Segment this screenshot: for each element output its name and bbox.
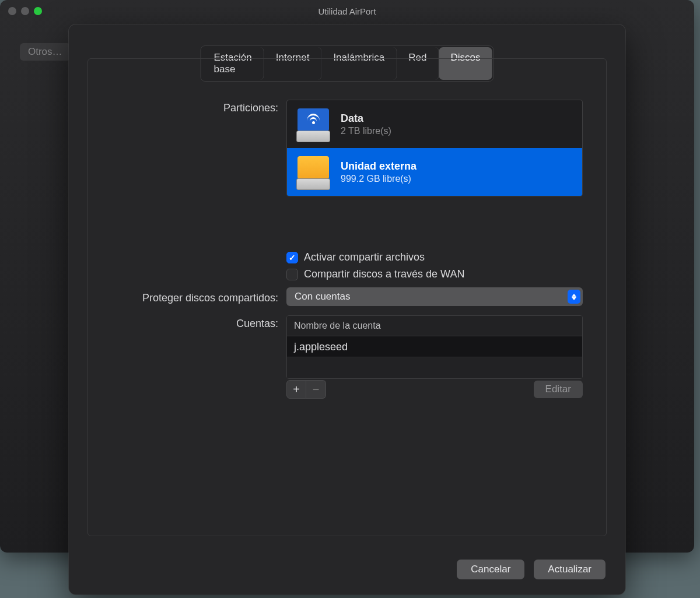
account-row-empty	[287, 357, 582, 378]
footer-buttons: Cancelar Actualizar	[457, 560, 606, 579]
partition-item-external[interactable]: Unidad externa 999.2 GB libre(s)	[287, 148, 582, 196]
traffic-lights	[8, 7, 42, 15]
select-value: Con cuentas	[295, 291, 350, 302]
settings-sheet: Estación base Internet Inalámbrica Red D…	[69, 24, 625, 595]
checkbox-label: Compartir discos a través de WAN	[304, 268, 464, 280]
secure-shared-disks-select[interactable]: Con cuentas	[286, 287, 583, 306]
add-account-button[interactable]: +	[286, 380, 306, 399]
checkmark-icon: ✓	[289, 253, 296, 262]
minimize-window-icon[interactable]	[21, 7, 29, 15]
update-button[interactable]: Actualizar	[534, 560, 606, 579]
partition-name: Data	[341, 112, 391, 125]
accounts-table: Nombre de la cuenta j.appleseed	[286, 315, 583, 379]
disks-panel: Particiones: Data 2 TB libre(s)	[88, 58, 607, 536]
edit-account-button[interactable]: Editar	[534, 381, 583, 398]
remove-account-button[interactable]: −	[306, 380, 326, 399]
external-disk-icon	[295, 154, 331, 190]
partition-name: Unidad externa	[341, 160, 416, 173]
account-row[interactable]: j.appleseed	[287, 336, 582, 357]
close-window-icon[interactable]	[8, 7, 16, 15]
cancel-button[interactable]: Cancelar	[457, 560, 524, 579]
share-over-wan-checkbox[interactable]: Compartir discos a través de WAN	[286, 266, 583, 283]
partition-free-space: 2 TB libre(s)	[341, 126, 391, 136]
accounts-column-header: Nombre de la cuenta	[287, 316, 582, 336]
titlebar: Utilidad AirPort	[0, 0, 694, 22]
accounts-label: Cuentas:	[111, 315, 286, 330]
airport-disk-icon	[295, 106, 331, 142]
partition-item-data[interactable]: Data 2 TB libre(s)	[287, 100, 582, 148]
window-title: Utilidad AirPort	[0, 6, 694, 16]
secure-shared-disks-label: Proteger discos compartidos:	[111, 290, 286, 304]
partition-free-space: 999.2 GB libre(s)	[341, 174, 416, 184]
checkbox-label: Activar compartir archivos	[304, 251, 425, 263]
enable-file-sharing-checkbox[interactable]: ✓ Activar compartir archivos	[286, 249, 583, 266]
zoom-window-icon[interactable]	[34, 7, 42, 15]
select-stepper-icon	[568, 290, 580, 304]
checkbox-icon: ✓	[286, 252, 298, 263]
other-devices-button[interactable]: Otros…	[20, 43, 71, 61]
checkbox-icon	[286, 269, 298, 280]
partition-list: Data 2 TB libre(s) Unidad externa 999.2 …	[286, 100, 583, 196]
partitions-label: Particiones:	[111, 100, 286, 114]
